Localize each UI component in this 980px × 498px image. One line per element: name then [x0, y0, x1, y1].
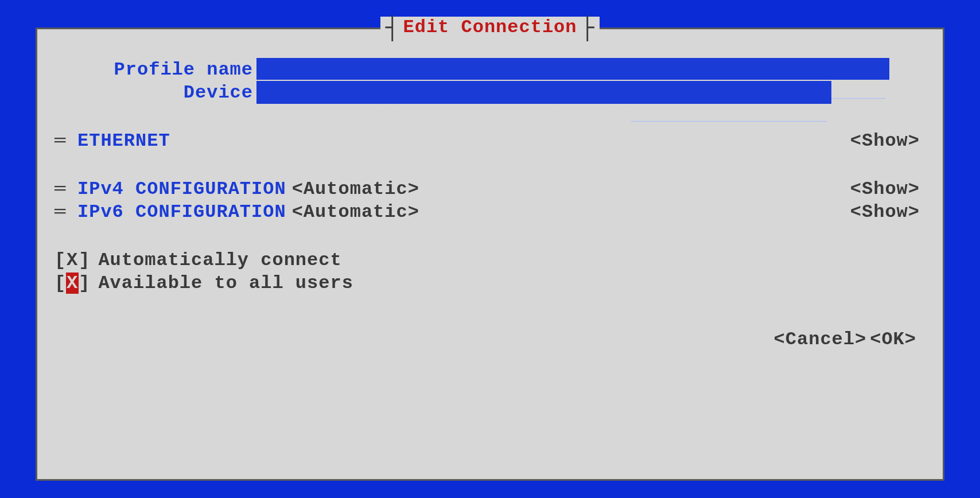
profile-name-row: Profile name p4p2_______________________… — [49, 58, 931, 81]
bracket-close-icon: ] — [79, 250, 90, 271]
ok-button[interactable]: <OK> — [870, 329, 916, 350]
all-users-checkbox[interactable]: [X] Available to all users — [49, 271, 931, 294]
profile-name-label: Profile name — [49, 59, 256, 80]
profile-name-input[interactable]: p4p2____________________________________… — [256, 58, 889, 81]
ipv6-section: ═ IPv6 CONFIGURATION <Automatic> <Show> — [49, 200, 931, 223]
ipv4-section: ═ IPv4 CONFIGURATION <Automatic> <Show> — [49, 177, 931, 200]
all-users-label: Available to all users — [98, 273, 353, 294]
auto-connect-checkbox[interactable]: [X] Automatically connect — [49, 248, 931, 271]
auto-connect-box: [X] — [55, 250, 90, 271]
cancel-button[interactable]: <Cancel> — [774, 329, 867, 350]
ethernet-show-button[interactable]: <Show> — [850, 130, 920, 151]
dialog-content: Profile name p4p2_______________________… — [37, 46, 943, 479]
ipv6-prefix: ═ — [55, 201, 77, 223]
ipv4-prefix: ═ — [55, 178, 77, 200]
ipv6-name: IPv6 CONFIGURATION — [77, 201, 286, 223]
ipv6-show-button[interactable]: <Show> — [850, 201, 920, 223]
dialog-title: ┤ Edit Connection ├ — [380, 17, 599, 38]
spacer — [49, 152, 931, 177]
title-divider-left: ┤ — [385, 22, 399, 36]
device-label: Device — [49, 82, 256, 103]
title-divider-right: ├ — [581, 22, 595, 36]
device-input[interactable]: p4p2 (28:F1:0E:27:9B:A2)________________… — [256, 81, 831, 104]
auto-connect-mark: X — [66, 250, 79, 271]
device-value: p4p2 (28:F1:0E:27:9B:A2) — [353, 104, 631, 126]
dialog-button-row: <Cancel> <OK> — [49, 329, 931, 350]
ethernet-name: ETHERNET — [77, 130, 170, 151]
bracket-open-icon: [ — [55, 273, 66, 294]
all-users-box: [X] — [55, 273, 90, 294]
dialog-title-wrap: ┤ Edit Connection ├ — [37, 17, 943, 38]
ipv6-mode-select[interactable]: <Automatic> — [292, 201, 419, 223]
ipv4-mode-select[interactable]: <Automatic> — [292, 178, 419, 200]
bracket-close-icon: ] — [79, 273, 90, 294]
device-row: Device p4p2 (28:F1:0E:27:9B:A2)_________… — [49, 81, 931, 104]
ipv4-show-button[interactable]: <Show> — [850, 178, 920, 200]
ethernet-prefix: ═ — [55, 130, 77, 151]
dialog-frame: ┤ Edit Connection ├ Profile name p4p2___… — [36, 28, 944, 481]
device-padding: _________________ — [631, 104, 828, 126]
spacer — [49, 223, 931, 248]
all-users-mark: X — [66, 273, 79, 294]
ethernet-section: ═ ETHERNET <Show> — [49, 129, 931, 152]
bracket-open-icon: [ — [55, 250, 66, 271]
ipv4-name: IPv4 CONFIGURATION — [77, 178, 286, 200]
dialog-title-text: Edit Connection — [403, 17, 577, 38]
auto-connect-label: Automatically connect — [98, 250, 341, 271]
